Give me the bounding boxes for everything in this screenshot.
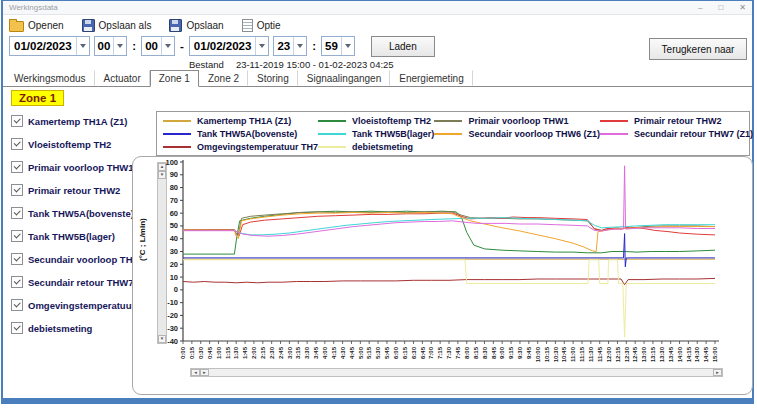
tab-signaalingangen[interactable]: Signaalingangen — [298, 70, 391, 86]
checkbox-icon[interactable] — [11, 161, 23, 173]
toolbar-opslaan[interactable]: Opslaan — [169, 19, 223, 32]
tab-actuator[interactable]: Actuator — [95, 70, 150, 86]
chevron-down-icon — [161, 37, 174, 55]
start-date-select[interactable]: 01/02/2023 — [9, 36, 90, 56]
chart: 1009080706050403020100-10-20-30-400:000:… — [133, 157, 751, 367]
tab-werkingsmodus[interactable]: Werkingsmodus — [5, 70, 95, 86]
chart-legend: Kamertemp TH1A (Z1)Vloeistoftemp TH2Prim… — [156, 111, 750, 156]
series-checkbox-secundair-retour-thw7-z1[interactable]: Secundair retour THW7 (Z1) — [11, 275, 131, 289]
close-icon[interactable]: ✕ — [739, 4, 746, 12]
save-icon — [169, 19, 182, 32]
checkbox-label: debietsmeting — [28, 323, 92, 334]
y-tick-label: 80 — [170, 183, 178, 192]
legend-item-debietsmeting: debietsmeting — [318, 141, 434, 152]
toolbar: OpenenOpslaan alsOpslaanOptie — [3, 15, 752, 34]
x-tick-label: 0:15 — [189, 346, 195, 359]
series-checkbox-primair-retour-thw2[interactable]: Primair retour THW2 — [11, 183, 131, 197]
legend-swatch — [163, 146, 191, 148]
x-tick-label: 12:00 — [606, 346, 612, 362]
horizontal-scroll-track[interactable] — [209, 369, 713, 376]
legend-label: Primair voorloop THW1 — [468, 116, 568, 126]
y-tick-label: -30 — [167, 324, 178, 333]
chevron-down-icon — [293, 37, 306, 55]
checkbox-icon[interactable] — [11, 322, 23, 334]
checkbox-icon[interactable] — [11, 276, 23, 288]
legend-swatch — [163, 133, 191, 135]
tab-storing[interactable]: Storing — [248, 70, 298, 86]
scroll-right-icon[interactable]: ► — [713, 369, 722, 376]
x-tick-label: 5:30 — [375, 346, 381, 359]
legend-item-primair-retour-thw2: Primair retour THW2 — [600, 115, 753, 126]
x-tick-label: 2:45 — [278, 346, 284, 359]
range-separator: - — [180, 40, 184, 52]
series-checkbox-vloeistoftemp-th2[interactable]: Vloeistoftemp TH2 — [11, 137, 131, 151]
load-button[interactable]: Laden — [371, 36, 435, 57]
return-button[interactable]: Terugkeren naar — [649, 38, 747, 60]
x-tick-label: 15:00 — [712, 346, 718, 362]
start-hour-select[interactable]: 00 — [94, 36, 128, 56]
x-tick-label: 2:30 — [269, 346, 275, 359]
x-tick-label: 12:30 — [624, 346, 630, 362]
x-tick-label: 8:30 — [482, 346, 488, 359]
toolbar-label: Openen — [28, 20, 64, 31]
checkbox-icon[interactable] — [11, 230, 23, 242]
file-info-value: 23-11-2019 15:00 - 01-02-2023 04:25 — [236, 59, 394, 70]
horizontal-scrollbar[interactable]: ◄ ► ► — [190, 368, 723, 377]
x-tick-label: 8:15 — [473, 346, 479, 359]
end-hour-select[interactable]: 23 — [273, 36, 307, 56]
end-minute-select[interactable]: 59 — [321, 36, 355, 56]
scroll-left-icon[interactable]: ◄ — [191, 369, 200, 376]
legend-swatch — [318, 120, 346, 122]
series-checkbox-tank-thw5b-lager[interactable]: Tank THW5B(lager) — [11, 229, 131, 243]
x-tick-label: 14:45 — [703, 346, 709, 362]
x-tick-label: 3:15 — [295, 346, 301, 359]
maximize-icon[interactable]: □ — [718, 4, 723, 12]
legend-item-vloeistoftemp-th2: Vloeistoftemp TH2 — [318, 115, 434, 126]
x-tick-label: 9:00 — [499, 346, 505, 359]
checkbox-icon[interactable] — [11, 299, 23, 311]
x-tick-label: 7:15 — [437, 346, 443, 359]
x-tick-label: 3:45 — [313, 346, 319, 359]
toolbar-opslaan-als[interactable]: Opslaan als — [82, 19, 152, 32]
window-title: Werkingsdata — [9, 3, 58, 12]
legend-item-secundair-voorloop-thw6-z1: Secundair voorloop THW6 (Z1) — [434, 128, 600, 139]
x-tick-label: 0:45 — [207, 346, 213, 359]
series-checkbox-tank-thw5a-bovenste[interactable]: Tank THW5A(bovenste) — [11, 206, 131, 220]
start-minute-select[interactable]: 00 — [141, 36, 175, 56]
checkbox-icon[interactable] — [11, 184, 23, 196]
checkbox-icon[interactable] — [11, 207, 23, 219]
minimize-icon[interactable]: – — [698, 4, 702, 12]
tab-energiemeting[interactable]: Energiemeting — [390, 70, 472, 86]
end-date-select[interactable]: 01/02/2023 — [189, 36, 270, 56]
series-secundair-voorloop-thw6-z1 — [183, 213, 715, 252]
y-tick-label: 0 — [174, 285, 178, 294]
tab-zone-1[interactable]: Zone 1 — [150, 70, 199, 87]
y-tick-label: 10 — [170, 273, 178, 282]
x-tick-label: 11:30 — [588, 346, 594, 362]
checkbox-icon[interactable] — [11, 138, 23, 150]
tab-zone-2[interactable]: Zone 2 — [199, 70, 248, 86]
series-checkbox-omgevingstemperatuur-th7[interactable]: Omgevingstemperatuur TH7 — [11, 298, 131, 312]
checkbox-icon[interactable] — [11, 253, 23, 265]
checkbox-label: Tank THW5A(bovenste) — [28, 208, 134, 219]
toolbar-optie[interactable]: Optie — [242, 19, 281, 32]
x-tick-label: 14:00 — [677, 346, 683, 362]
x-tick-label: 0:30 — [198, 346, 204, 359]
toolbar-openen[interactable]: Openen — [9, 19, 64, 32]
scroll-right-icon[interactable]: ► — [200, 369, 209, 376]
legend-label: Vloeistoftemp TH2 — [352, 116, 431, 126]
series-checkbox-primair-voorloop-thw1[interactable]: Primair voorloop THW1 — [11, 160, 131, 174]
series-checkbox-list: Kamertemp TH1A (Z1)Vloeistoftemp TH2Prim… — [11, 114, 131, 335]
x-tick-label: 14:15 — [686, 346, 692, 362]
series-tank-thw5a-bovenste — [183, 234, 715, 267]
series-checkbox-debietsmeting[interactable]: debietsmeting — [11, 321, 131, 335]
chevron-down-icon — [255, 37, 268, 55]
x-tick-label: 13:15 — [650, 346, 656, 362]
legend-swatch — [600, 133, 628, 135]
checkbox-icon[interactable] — [11, 115, 23, 127]
x-tick-label: 10:00 — [535, 346, 541, 362]
series-checkbox-kamertemp-th1a-z1[interactable]: Kamertemp TH1A (Z1) — [11, 114, 131, 128]
x-tick-label: 5:45 — [384, 346, 390, 359]
x-tick-label: 11:45 — [597, 346, 603, 362]
x-tick-label: 10:15 — [544, 346, 550, 362]
